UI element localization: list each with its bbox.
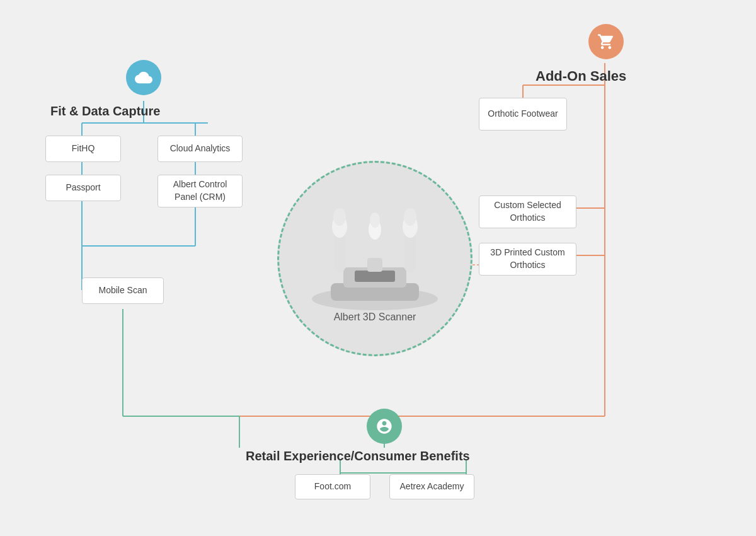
cloud-icon <box>135 69 152 86</box>
cloud-analytics-box: Cloud Analytics <box>158 136 243 162</box>
diagram: Fit & Data Capture FitHQ Passport Cloud … <box>0 0 756 536</box>
cart-icon <box>597 33 615 50</box>
aetrex-academy-box: Aetrex Academy <box>389 474 474 499</box>
albert-control-box: Albert Control Panel (CRM) <box>158 175 243 207</box>
person-icon <box>375 417 393 435</box>
fithq-box: FitHQ <box>45 136 121 162</box>
mobile-scan-box: Mobile Scan <box>82 277 164 304</box>
add-on-sales-icon <box>588 24 624 59</box>
scanner-illustration <box>299 195 450 318</box>
scanner-label: Albert 3D Scanner <box>334 312 416 323</box>
foot-com-box: Foot.com <box>295 474 370 499</box>
retail-title: Retail Experience/Consumer Benefits <box>246 449 470 463</box>
custom-orthotics-box: Custom Selected Orthotics <box>479 195 576 228</box>
passport-box: Passport <box>45 175 121 201</box>
printed-orthotics-box: 3D Printed Custom Orthotics <box>479 243 576 276</box>
svg-point-36 <box>404 208 416 226</box>
center-circle: Albert 3D Scanner <box>277 161 472 356</box>
orthotic-footwear-box: Orthotic Footwear <box>479 98 567 131</box>
svg-point-34 <box>333 208 346 226</box>
fit-data-title: Fit & Data Capture <box>50 104 160 119</box>
svg-rect-30 <box>355 271 395 282</box>
add-on-title: Add-On Sales <box>536 68 626 84</box>
fit-data-icon <box>126 60 161 95</box>
svg-point-38 <box>370 213 380 228</box>
retail-icon <box>367 409 402 444</box>
svg-rect-39 <box>367 258 382 272</box>
